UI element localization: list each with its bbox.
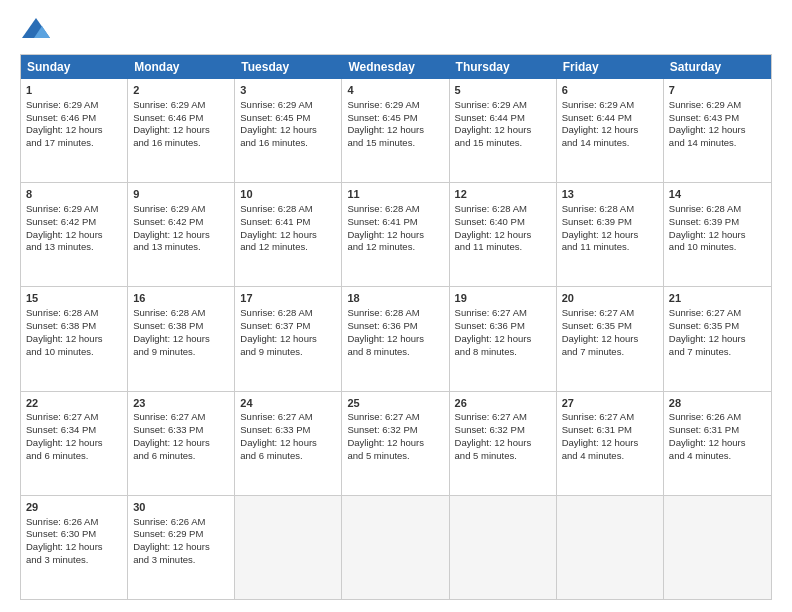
daylight-mins: and 15 minutes. [455, 137, 523, 148]
calendar-cell: 10 Sunrise: 6:28 AM Sunset: 6:41 PM Dayl… [235, 183, 342, 286]
sunset-label: Sunset: 6:33 PM [133, 424, 203, 435]
calendar: Sunday Monday Tuesday Wednesday Thursday… [20, 54, 772, 600]
day-number: 1 [26, 83, 122, 98]
daylight-label: Daylight: 12 hours [347, 124, 424, 135]
sunrise-label: Sunrise: 6:27 AM [455, 411, 527, 422]
daylight-label: Daylight: 12 hours [133, 541, 210, 552]
daylight-mins: and 6 minutes. [26, 450, 88, 461]
daylight-mins: and 6 minutes. [240, 450, 302, 461]
daylight-label: Daylight: 12 hours [455, 124, 532, 135]
daylight-mins: and 9 minutes. [240, 346, 302, 357]
sunset-label: Sunset: 6:35 PM [562, 320, 632, 331]
day-number: 8 [26, 187, 122, 202]
calendar-cell: 24 Sunrise: 6:27 AM Sunset: 6:33 PM Dayl… [235, 392, 342, 495]
calendar-cell [342, 496, 449, 599]
daylight-label: Daylight: 12 hours [562, 229, 639, 240]
day-number: 9 [133, 187, 229, 202]
calendar-cell: 28 Sunrise: 6:26 AM Sunset: 6:31 PM Dayl… [664, 392, 771, 495]
calendar-cell [450, 496, 557, 599]
calendar-cell: 12 Sunrise: 6:28 AM Sunset: 6:40 PM Dayl… [450, 183, 557, 286]
day-number: 12 [455, 187, 551, 202]
daylight-label: Daylight: 12 hours [455, 229, 532, 240]
daylight-label: Daylight: 12 hours [240, 124, 317, 135]
sunrise-label: Sunrise: 6:27 AM [562, 411, 634, 422]
sunset-label: Sunset: 6:40 PM [455, 216, 525, 227]
calendar-row: 1 Sunrise: 6:29 AM Sunset: 6:46 PM Dayli… [21, 79, 771, 183]
daylight-label: Daylight: 12 hours [26, 124, 103, 135]
daylight-mins: and 15 minutes. [347, 137, 415, 148]
daylight-mins: and 17 minutes. [26, 137, 94, 148]
daylight-mins: and 13 minutes. [26, 241, 94, 252]
calendar-header: Sunday Monday Tuesday Wednesday Thursday… [21, 55, 771, 79]
page: Sunday Monday Tuesday Wednesday Thursday… [0, 0, 792, 612]
sunrise-label: Sunrise: 6:27 AM [347, 411, 419, 422]
daylight-mins: and 5 minutes. [347, 450, 409, 461]
calendar-cell: 25 Sunrise: 6:27 AM Sunset: 6:32 PM Dayl… [342, 392, 449, 495]
sunrise-label: Sunrise: 6:27 AM [26, 411, 98, 422]
daylight-mins: and 3 minutes. [26, 554, 88, 565]
calendar-body: 1 Sunrise: 6:29 AM Sunset: 6:46 PM Dayli… [21, 79, 771, 599]
sunset-label: Sunset: 6:44 PM [562, 112, 632, 123]
daylight-label: Daylight: 12 hours [347, 437, 424, 448]
daylight-mins: and 10 minutes. [669, 241, 737, 252]
calendar-cell: 14 Sunrise: 6:28 AM Sunset: 6:39 PM Dayl… [664, 183, 771, 286]
daylight-mins: and 10 minutes. [26, 346, 94, 357]
sunset-label: Sunset: 6:36 PM [455, 320, 525, 331]
day-number: 29 [26, 500, 122, 515]
daylight-mins: and 14 minutes. [669, 137, 737, 148]
daylight-label: Daylight: 12 hours [562, 124, 639, 135]
daylight-mins: and 16 minutes. [133, 137, 201, 148]
calendar-cell [664, 496, 771, 599]
calendar-row: 22 Sunrise: 6:27 AM Sunset: 6:34 PM Dayl… [21, 392, 771, 496]
daylight-label: Daylight: 12 hours [562, 437, 639, 448]
calendar-cell: 8 Sunrise: 6:29 AM Sunset: 6:42 PM Dayli… [21, 183, 128, 286]
sunrise-label: Sunrise: 6:28 AM [26, 307, 98, 318]
calendar-cell: 6 Sunrise: 6:29 AM Sunset: 6:44 PM Dayli… [557, 79, 664, 182]
calendar-cell: 20 Sunrise: 6:27 AM Sunset: 6:35 PM Dayl… [557, 287, 664, 390]
calendar-cell: 3 Sunrise: 6:29 AM Sunset: 6:45 PM Dayli… [235, 79, 342, 182]
sunrise-label: Sunrise: 6:29 AM [26, 99, 98, 110]
logo [20, 16, 56, 44]
calendar-cell: 1 Sunrise: 6:29 AM Sunset: 6:46 PM Dayli… [21, 79, 128, 182]
sunset-label: Sunset: 6:45 PM [240, 112, 310, 123]
sunset-label: Sunset: 6:33 PM [240, 424, 310, 435]
day-number: 25 [347, 396, 443, 411]
daylight-label: Daylight: 12 hours [240, 437, 317, 448]
daylight-label: Daylight: 12 hours [26, 333, 103, 344]
sunset-label: Sunset: 6:30 PM [26, 528, 96, 539]
day-number: 24 [240, 396, 336, 411]
sunrise-label: Sunrise: 6:29 AM [26, 203, 98, 214]
day-number: 10 [240, 187, 336, 202]
sunset-label: Sunset: 6:43 PM [669, 112, 739, 123]
calendar-cell: 9 Sunrise: 6:29 AM Sunset: 6:42 PM Dayli… [128, 183, 235, 286]
header-friday: Friday [557, 55, 664, 79]
day-number: 30 [133, 500, 229, 515]
sunset-label: Sunset: 6:31 PM [562, 424, 632, 435]
sunrise-label: Sunrise: 6:28 AM [240, 203, 312, 214]
sunset-label: Sunset: 6:36 PM [347, 320, 417, 331]
calendar-cell: 30 Sunrise: 6:26 AM Sunset: 6:29 PM Dayl… [128, 496, 235, 599]
day-number: 16 [133, 291, 229, 306]
sunset-label: Sunset: 6:39 PM [669, 216, 739, 227]
daylight-mins: and 16 minutes. [240, 137, 308, 148]
daylight-mins: and 13 minutes. [133, 241, 201, 252]
daylight-label: Daylight: 12 hours [347, 229, 424, 240]
sunrise-label: Sunrise: 6:29 AM [669, 99, 741, 110]
daylight-mins: and 4 minutes. [669, 450, 731, 461]
day-number: 6 [562, 83, 658, 98]
sunrise-label: Sunrise: 6:28 AM [240, 307, 312, 318]
sunset-label: Sunset: 6:46 PM [26, 112, 96, 123]
daylight-mins: and 12 minutes. [240, 241, 308, 252]
day-number: 27 [562, 396, 658, 411]
header-saturday: Saturday [664, 55, 771, 79]
calendar-cell: 18 Sunrise: 6:28 AM Sunset: 6:36 PM Dayl… [342, 287, 449, 390]
header-tuesday: Tuesday [235, 55, 342, 79]
daylight-mins: and 12 minutes. [347, 241, 415, 252]
sunrise-label: Sunrise: 6:28 AM [347, 203, 419, 214]
daylight-label: Daylight: 12 hours [669, 437, 746, 448]
calendar-cell: 23 Sunrise: 6:27 AM Sunset: 6:33 PM Dayl… [128, 392, 235, 495]
day-number: 4 [347, 83, 443, 98]
daylight-mins: and 5 minutes. [455, 450, 517, 461]
sunrise-label: Sunrise: 6:27 AM [562, 307, 634, 318]
daylight-mins: and 8 minutes. [347, 346, 409, 357]
